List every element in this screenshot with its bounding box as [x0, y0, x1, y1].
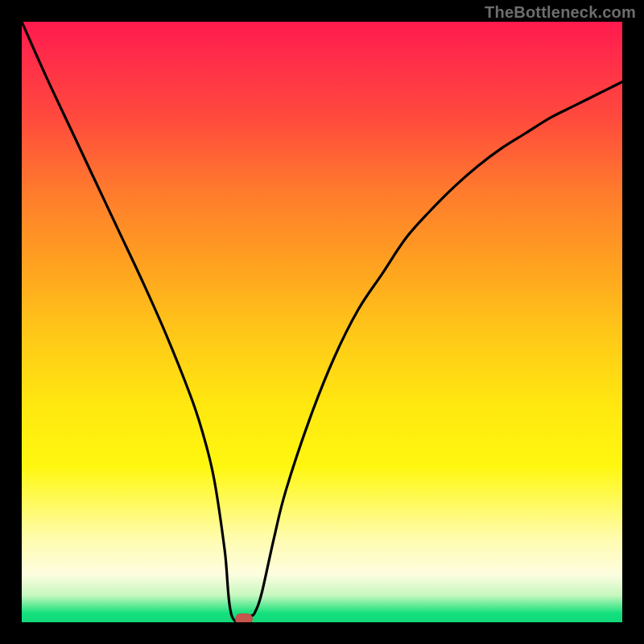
watermark-text: TheBottleneck.com	[485, 3, 636, 22]
gradient-background	[22, 22, 622, 622]
chart-frame: TheBottleneck.com	[0, 0, 644, 644]
plot-area	[22, 22, 622, 622]
minimum-marker	[235, 613, 253, 622]
